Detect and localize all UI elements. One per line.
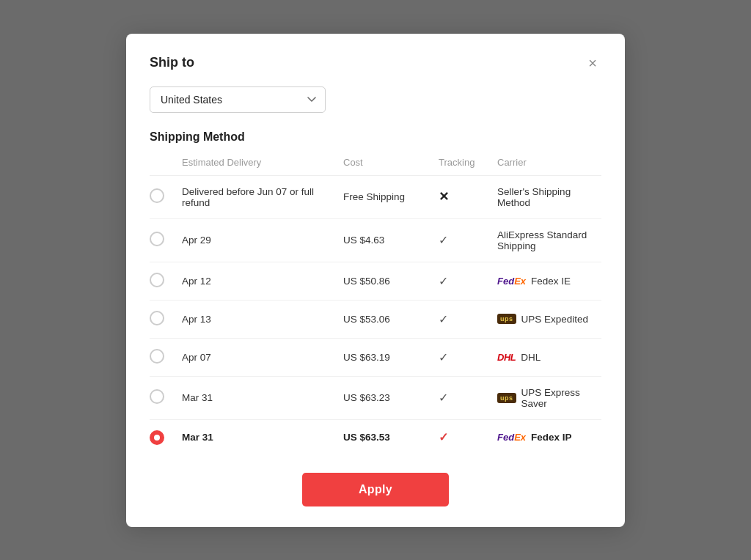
carrier-cell: DHLDHL (491, 338, 601, 376)
col-header-tracking: Tracking (433, 152, 491, 176)
delivery-cell: Apr 07 (176, 338, 337, 376)
radio-cell (150, 419, 176, 455)
apply-section: Apply (150, 473, 601, 506)
cost-cell: Free Shipping (337, 175, 433, 218)
carrier-name: UPS Express Saver (521, 387, 596, 409)
radio-button[interactable] (150, 430, 164, 445)
col-header-cost: Cost (337, 152, 433, 176)
fedex-logo-icon: FedEx (497, 432, 526, 443)
radio-cell (150, 376, 176, 419)
carrier-name: Fedex IE (531, 276, 571, 287)
cost-cell: US $63.19 (337, 338, 433, 376)
radio-cell (150, 300, 176, 338)
tracking-cell: ✓ (433, 419, 491, 455)
radio-button[interactable] (150, 273, 164, 287)
carrier-cell: upsUPS Express Saver (491, 376, 601, 419)
delivery-cell: Mar 31 (176, 419, 337, 455)
table-row[interactable]: Apr 07US $63.19✓DHLDHL (150, 338, 601, 376)
radio-button[interactable] (150, 311, 164, 325)
carrier-name: Seller's Shipping Method (497, 186, 596, 208)
tracking-cell: ✓ (433, 338, 491, 376)
tracking-cell: ✓ (433, 376, 491, 419)
tracking-cell: ✓ (433, 300, 491, 338)
tracking-check-icon: ✓ (439, 431, 448, 443)
delivery-cell: Apr 13 (176, 300, 337, 338)
fedex-logo-icon: FedEx (497, 276, 526, 287)
table-row[interactable]: Mar 31US $63.53✓FedExFedex IP (150, 419, 601, 455)
delivery-cell: Apr 12 (176, 262, 337, 300)
table-row[interactable]: Apr 29US $4.63✓AliExpress Standard Shipp… (150, 218, 601, 262)
delivery-cell: Apr 29 (176, 218, 337, 262)
carrier-name: UPS Expedited (521, 314, 589, 325)
tracking-check-icon: ✓ (439, 275, 448, 287)
radio-button[interactable] (150, 232, 164, 246)
cost-cell: US $63.53 (337, 419, 433, 455)
delivery-cell: Mar 31 (176, 376, 337, 419)
apply-button[interactable]: Apply (302, 473, 449, 506)
ups-logo-icon: ups (497, 393, 516, 403)
table-row[interactable]: Mar 31US $63.23✓upsUPS Express Saver (150, 376, 601, 419)
country-select[interactable]: United States Canada United Kingdom Aust… (150, 86, 326, 113)
delivery-cell: Delivered before Jun 07 or full refund (176, 175, 337, 218)
tracking-cell: ✕ (433, 175, 491, 218)
cost-cell: US $4.63 (337, 218, 433, 262)
carrier-name: DHL (521, 352, 541, 363)
shipping-table: Estimated Delivery Cost Tracking Carrier… (150, 152, 601, 455)
col-header-carrier: Carrier (491, 152, 601, 176)
modal-header: Ship to × (150, 54, 601, 72)
tracking-check-icon: ✓ (439, 234, 448, 246)
table-row[interactable]: Delivered before Jun 07 or full refundFr… (150, 175, 601, 218)
country-select-wrapper: United States Canada United Kingdom Aust… (150, 86, 601, 113)
tracking-check-icon: ✓ (439, 351, 448, 364)
carrier-cell: AliExpress Standard Shipping (491, 218, 601, 262)
carrier-cell: FedExFedex IE (491, 262, 601, 300)
dhl-logo-icon: DHL (497, 352, 516, 363)
tracking-x-icon: ✕ (439, 190, 449, 204)
carrier-name: Fedex IP (531, 432, 572, 443)
radio-cell (150, 262, 176, 300)
tracking-check-icon: ✓ (439, 391, 448, 404)
radio-cell (150, 218, 176, 262)
tracking-cell: ✓ (433, 262, 491, 300)
col-header-delivery: Estimated Delivery (176, 152, 337, 176)
modal-title: Ship to (150, 55, 194, 70)
radio-button[interactable] (150, 188, 164, 203)
col-header-radio (150, 152, 176, 176)
close-button[interactable]: × (584, 54, 601, 72)
carrier-cell: FedExFedex IP (491, 419, 601, 455)
radio-button[interactable] (150, 389, 164, 404)
cost-cell: US $63.23 (337, 376, 433, 419)
radio-button[interactable] (150, 349, 164, 364)
table-row[interactable]: Apr 12US $50.86✓FedExFedex IE (150, 262, 601, 300)
tracking-check-icon: ✓ (439, 313, 448, 325)
shipping-modal: Ship to × United States Canada United Ki… (126, 34, 625, 527)
carrier-cell: Seller's Shipping Method (491, 175, 601, 218)
cost-cell: US $50.86 (337, 262, 433, 300)
carrier-cell: upsUPS Expedited (491, 300, 601, 338)
radio-cell (150, 338, 176, 376)
ups-logo-icon: ups (497, 314, 516, 324)
cost-cell: US $53.06 (337, 300, 433, 338)
radio-cell (150, 175, 176, 218)
shipping-method-title: Shipping Method (150, 130, 601, 144)
tracking-cell: ✓ (433, 218, 491, 262)
table-row[interactable]: Apr 13US $53.06✓upsUPS Expedited (150, 300, 601, 338)
carrier-name: AliExpress Standard Shipping (497, 229, 596, 251)
